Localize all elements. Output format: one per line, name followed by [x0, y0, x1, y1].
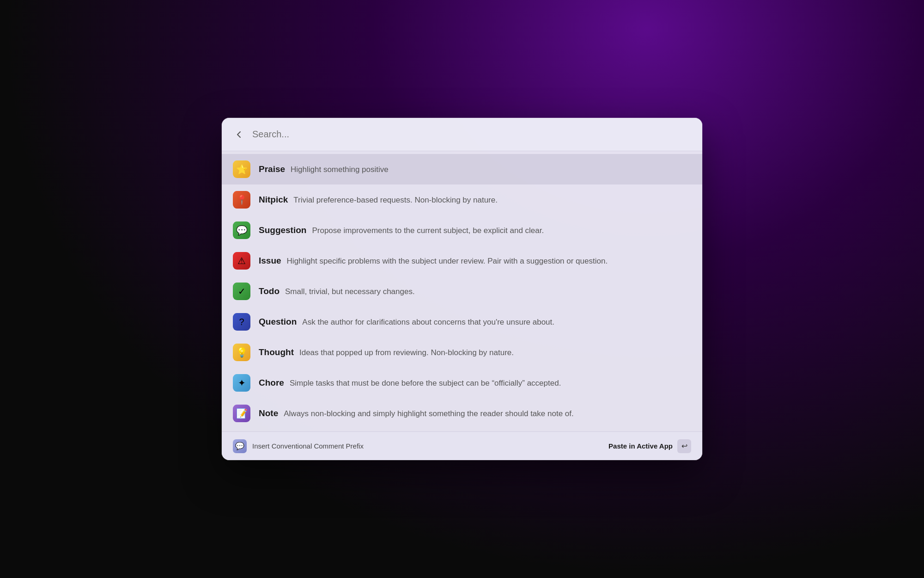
question-icon: ?: [233, 313, 250, 331]
footer-right: Paste in Active App ↩: [608, 439, 691, 453]
list-item-chore[interactable]: ✦ Chore Simple tasks that must be done b…: [222, 368, 702, 398]
enter-key-icon: ↩: [677, 439, 691, 453]
thought-description: Ideas that popped up from reviewing. Non…: [299, 348, 514, 357]
items-list: ⭐ Praise Highlight something positive 📍 …: [222, 151, 702, 431]
list-item-todo[interactable]: ✓ Todo Small, trivial, but necessary cha…: [222, 276, 702, 307]
list-item-nitpick[interactable]: 📍 Nitpick Trivial preference-based reque…: [222, 184, 702, 215]
search-input[interactable]: [252, 129, 691, 140]
suggestion-description: Propose improvements to the current subj…: [312, 226, 544, 235]
list-item-suggestion[interactable]: 💬 Suggestion Propose improvements to the…: [222, 215, 702, 246]
footer-left: 💬 Insert Conventional Comment Prefix: [233, 439, 364, 453]
list-item-thought[interactable]: 💡 Thought Ideas that popped up from revi…: [222, 337, 702, 368]
chore-content: Chore Simple tasks that must be done bef…: [259, 378, 691, 388]
suggestion-icon: 💬: [233, 221, 250, 239]
back-button[interactable]: [233, 128, 246, 141]
chore-name: Chore: [259, 378, 284, 388]
issue-icon: ⚠: [233, 252, 250, 270]
paste-button[interactable]: Paste in Active App: [608, 442, 673, 450]
list-item-note[interactable]: 📝 Note Always non-blocking and simply hi…: [222, 398, 702, 429]
command-panel: ⭐ Praise Highlight something positive 📍 …: [222, 118, 702, 460]
list-item-issue[interactable]: ⚠ Issue Highlight specific problems with…: [222, 246, 702, 276]
list-item-praise[interactable]: ⭐ Praise Highlight something positive: [222, 154, 702, 184]
list-item-question[interactable]: ? Question Ask the author for clarificat…: [222, 307, 702, 337]
chore-description: Simple tasks that must be done before th…: [290, 379, 561, 388]
nitpick-description: Trivial preference-based requests. Non-b…: [293, 196, 498, 205]
nitpick-icon: 📍: [233, 191, 250, 209]
praise-content: Praise Highlight something positive: [259, 164, 691, 174]
question-description: Ask the author for clarifications about …: [302, 318, 554, 327]
note-icon: 📝: [233, 405, 250, 422]
todo-description: Small, trivial, but necessary changes.: [285, 287, 415, 296]
thought-name: Thought: [259, 347, 294, 357]
note-description: Always non-blocking and simply highlight…: [284, 409, 573, 418]
todo-icon: ✓: [233, 283, 250, 300]
nitpick-content: Nitpick Trivial preference-based request…: [259, 195, 691, 205]
nitpick-name: Nitpick: [259, 195, 288, 205]
suggestion-content: Suggestion Propose improvements to the c…: [259, 225, 691, 235]
praise-description: Highlight something positive: [291, 165, 389, 174]
issue-name: Issue: [259, 256, 281, 266]
praise-icon: ⭐: [233, 160, 250, 178]
suggestion-name: Suggestion: [259, 225, 306, 235]
question-content: Question Ask the author for clarificatio…: [259, 317, 691, 327]
footer: 💬 Insert Conventional Comment Prefix Pas…: [222, 431, 702, 460]
praise-name: Praise: [259, 164, 285, 174]
note-name: Note: [259, 408, 278, 418]
note-content: Note Always non-blocking and simply high…: [259, 408, 691, 418]
issue-description: Highlight specific problems with the sub…: [287, 257, 608, 266]
todo-content: Todo Small, trivial, but necessary chang…: [259, 286, 691, 296]
chore-icon: ✦: [233, 374, 250, 392]
thought-icon: 💡: [233, 344, 250, 361]
todo-name: Todo: [259, 286, 280, 296]
footer-app-icon: 💬: [233, 439, 247, 453]
question-name: Question: [259, 317, 297, 327]
search-bar: [222, 118, 702, 151]
footer-label: Insert Conventional Comment Prefix: [252, 442, 364, 450]
issue-content: Issue Highlight specific problems with t…: [259, 256, 691, 266]
thought-content: Thought Ideas that popped up from review…: [259, 347, 691, 357]
